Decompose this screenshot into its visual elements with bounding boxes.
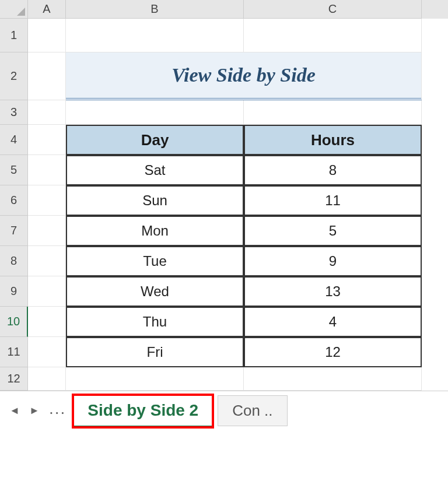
cell-a3[interactable] — [28, 100, 66, 125]
row-header-12[interactable]: 12 — [0, 367, 28, 391]
cell-a11[interactable] — [28, 337, 66, 367]
row-header-3[interactable]: 3 — [0, 100, 28, 125]
cell-a12[interactable] — [28, 367, 66, 391]
cell-b3[interactable] — [66, 100, 244, 125]
row-header-10[interactable]: 10 — [0, 307, 28, 337]
sheet-tab-active[interactable]: Side by Side 2 — [73, 395, 213, 427]
cell-a5[interactable] — [28, 155, 66, 185]
table-header-hours[interactable]: Hours — [244, 125, 422, 155]
table-row[interactable]: Sun — [66, 185, 244, 216]
row-header-8[interactable]: 8 — [0, 246, 28, 276]
table-row[interactable]: Wed — [66, 276, 244, 307]
table-row[interactable]: 5 — [244, 216, 422, 246]
row-header-4[interactable]: 4 — [0, 125, 28, 155]
cell-c12[interactable] — [244, 367, 422, 391]
cells-grid: View Side by Side Day Hours Sat 8 Sun 11 — [28, 19, 448, 391]
cell-a4[interactable] — [28, 125, 66, 155]
cell-a7[interactable] — [28, 216, 66, 246]
cell-a10[interactable] — [28, 307, 66, 337]
row-header-6[interactable]: 6 — [0, 185, 28, 216]
row-header-7[interactable]: 7 — [0, 216, 28, 246]
sheet-tab-next[interactable]: Con .. — [218, 395, 287, 426]
title-cell[interactable]: View Side by Side — [66, 52, 422, 100]
row-header-1[interactable]: 1 — [0, 19, 28, 52]
column-header-b[interactable]: B — [66, 0, 244, 19]
row-headers: 1 2 3 4 5 6 7 8 9 10 11 12 — [0, 19, 28, 391]
cell-c3[interactable] — [244, 100, 422, 125]
cell-a2[interactable] — [28, 52, 66, 100]
column-header-c[interactable]: C — [244, 0, 422, 19]
table-row[interactable]: Sat — [66, 155, 244, 185]
table-row[interactable]: 9 — [244, 246, 422, 276]
table-row[interactable]: Tue — [66, 246, 244, 276]
cell-a9[interactable] — [28, 276, 66, 307]
sheet-tab-bar: ◄ ► ... Side by Side 2 Con .. — [0, 391, 448, 430]
table-row[interactable]: 11 — [244, 185, 422, 216]
cell-a6[interactable] — [28, 185, 66, 216]
table-row[interactable]: Fri — [66, 337, 244, 367]
cell-b1[interactable] — [66, 19, 244, 52]
column-header-a[interactable]: A — [28, 0, 66, 19]
cell-a8[interactable] — [28, 246, 66, 276]
sheet-nav-next[interactable]: ► — [27, 402, 42, 420]
cell-c1[interactable] — [244, 19, 422, 52]
table-row[interactable]: 4 — [244, 307, 422, 337]
grid-body: 1 2 3 4 5 6 7 8 9 10 11 12 View Side by … — [0, 19, 448, 391]
table-header-day[interactable]: Day — [66, 125, 244, 155]
sheet-nav-prev[interactable]: ◄ — [7, 402, 22, 420]
cell-b12[interactable] — [66, 367, 244, 391]
table-row[interactable]: 12 — [244, 337, 422, 367]
table-row[interactable]: Thu — [66, 307, 244, 337]
row-header-2[interactable]: 2 — [0, 52, 28, 100]
cell-a1[interactable] — [28, 19, 66, 52]
select-all-corner[interactable] — [0, 0, 28, 19]
sheet-nav-more[interactable]: ... — [47, 399, 68, 423]
table-row[interactable]: 8 — [244, 155, 422, 185]
row-header-9[interactable]: 9 — [0, 276, 28, 307]
table-row[interactable]: 13 — [244, 276, 422, 307]
column-header-row: A B C — [0, 0, 448, 19]
spreadsheet: A B C 1 2 3 4 5 6 7 8 9 10 11 12 — [0, 0, 448, 430]
row-header-5[interactable]: 5 — [0, 155, 28, 185]
table-row[interactable]: Mon — [66, 216, 244, 246]
row-header-11[interactable]: 11 — [0, 337, 28, 367]
